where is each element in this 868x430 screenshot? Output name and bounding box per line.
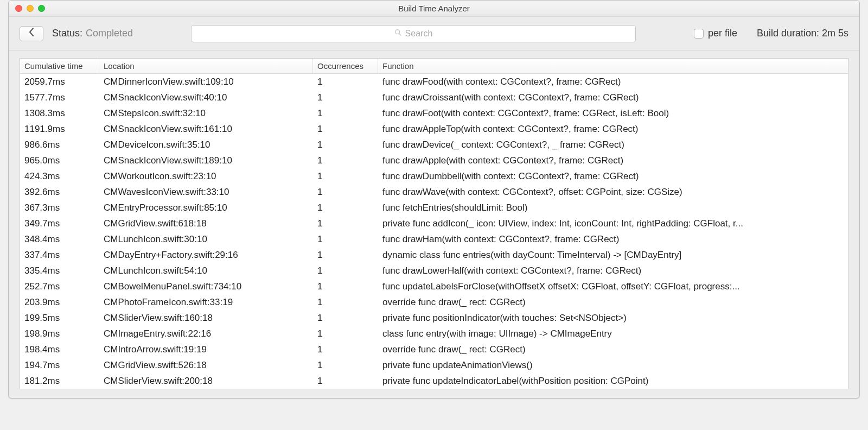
status-label: Status:: [52, 28, 82, 39]
cell-occurrences: 1: [313, 155, 378, 166]
cell-location: CMSnackIconView.swift:161:10: [99, 124, 313, 135]
cell-occurrences: 1: [313, 234, 378, 245]
cell-function: func drawLowerHalf(with context: CGConte…: [378, 265, 848, 276]
minimize-button[interactable]: [27, 5, 34, 12]
svg-line-1: [399, 33, 401, 35]
search-placeholder: Search: [405, 29, 433, 39]
cell-time: 392.6ms: [20, 187, 99, 198]
table-row[interactable]: 1191.9msCMSnackIconView.swift:161:101fun…: [20, 121, 848, 137]
cell-occurrences: 1: [313, 281, 378, 292]
table-row[interactable]: 198.4msCMIntroArrow.swift:19:191override…: [20, 342, 848, 357]
cell-occurrences: 1: [313, 360, 378, 371]
cell-location: CMGridView.swift:618:18: [99, 218, 313, 229]
cell-occurrences: 1: [313, 218, 378, 229]
search-icon: [394, 29, 402, 39]
cell-function: func drawHam(with context: CGContext?, f…: [378, 234, 848, 245]
cell-time: 424.3ms: [20, 171, 99, 182]
cell-time: 986.6ms: [20, 140, 99, 150]
results-table: Cumulative time Location Occurrences Fun…: [20, 58, 848, 389]
table-row[interactable]: 337.4msCMDayEntry+Factory.swift:29:161dy…: [20, 247, 848, 263]
table-row[interactable]: 348.4msCMLunchIcon.swift:30:101func draw…: [20, 231, 848, 247]
table-row[interactable]: 181.2msCMSliderView.swift:200:181private…: [20, 373, 848, 389]
cell-time: 1191.9ms: [20, 124, 99, 135]
cell-function: func updateLabelsForClose(withOffsetX of…: [378, 281, 848, 292]
cell-time: 198.4ms: [20, 344, 99, 355]
cell-location: CMBowelMenuPanel.swift:734:10: [99, 281, 313, 292]
cell-function: func drawFoot(with context: CGContext?, …: [378, 108, 848, 119]
cell-function: dynamic class func entries(with dayCount…: [378, 250, 848, 261]
cell-occurrences: 1: [313, 171, 378, 182]
cell-time: 203.9ms: [20, 297, 99, 308]
cell-location: CMDinnerIconView.swift:109:10: [99, 77, 313, 87]
cell-time: 194.7ms: [20, 360, 99, 371]
cell-location: CMDayEntry+Factory.swift:29:16: [99, 250, 313, 261]
cell-occurrences: 1: [313, 344, 378, 355]
build-duration: Build duration: 2m 5s: [757, 28, 848, 39]
table-row[interactable]: 199.5msCMSliderView.swift:160:181private…: [20, 310, 848, 326]
cell-occurrences: 1: [313, 265, 378, 276]
table-row[interactable]: 424.3msCMWorkoutIcon.swift:23:101func dr…: [20, 168, 848, 184]
column-header-time[interactable]: Cumulative time: [20, 59, 99, 73]
cell-time: 2059.7ms: [20, 77, 99, 87]
cell-location: CMSliderView.swift:160:18: [99, 313, 313, 324]
cell-function: private func positionIndicator(with touc…: [378, 313, 848, 324]
search-wrap: Search: [142, 25, 685, 42]
table-row[interactable]: 367.3msCMEntryProcessor.swift:85:101func…: [20, 200, 848, 216]
cell-function: override func draw(_ rect: CGRect): [378, 297, 848, 308]
cell-time: 349.7ms: [20, 218, 99, 229]
table-row[interactable]: 986.6msCMDeviceIcon.swift:35:101func dra…: [20, 137, 848, 153]
search-input[interactable]: Search: [191, 25, 636, 42]
table-row[interactable]: 198.9msCMImageEntry.swift:22:161class fu…: [20, 326, 848, 342]
cell-function: func drawDevice(_ context: CGContext?, _…: [378, 140, 848, 150]
cell-time: 181.2ms: [20, 376, 99, 387]
cell-location: CMImageEntry.swift:22:16: [99, 328, 313, 339]
cell-time: 1577.7ms: [20, 92, 99, 103]
column-header-location[interactable]: Location: [99, 59, 313, 73]
table-row[interactable]: 965.0msCMSnackIconView.swift:189:101func…: [20, 153, 848, 168]
cell-time: 348.4ms: [20, 234, 99, 245]
cell-occurrences: 1: [313, 124, 378, 135]
cell-function: func drawAppleTop(with context: CGContex…: [378, 124, 848, 135]
cell-function: func drawDumbbell(with context: CGContex…: [378, 171, 848, 182]
close-button[interactable]: [15, 5, 22, 12]
cell-time: 337.4ms: [20, 250, 99, 261]
cell-occurrences: 1: [313, 187, 378, 198]
titlebar: Build Time Analyzer: [9, 1, 859, 17]
table-row[interactable]: 194.7msCMGridView.swift:526:181private f…: [20, 357, 848, 373]
cell-location: CMSliderView.swift:200:18: [99, 376, 313, 387]
cell-occurrences: 1: [313, 313, 378, 324]
table-row[interactable]: 335.4msCMLunchIcon.swift:54:101func draw…: [20, 263, 848, 279]
table-body: 2059.7msCMDinnerIconView.swift:109:101fu…: [20, 74, 848, 389]
back-button[interactable]: [20, 26, 43, 41]
cell-time: 1308.3ms: [20, 108, 99, 119]
cell-location: CMIntroArrow.swift:19:19: [99, 344, 313, 355]
column-header-occurrences[interactable]: Occurrences: [313, 59, 378, 73]
per-file-checkbox[interactable]: [694, 29, 704, 39]
table-row[interactable]: 203.9msCMPhotoFrameIcon.swift:33:191over…: [20, 294, 848, 310]
table-row[interactable]: 349.7msCMGridView.swift:618:181private f…: [20, 216, 848, 231]
table-row[interactable]: 392.6msCMWavesIconView.swift:33:101func …: [20, 184, 848, 200]
column-header-function[interactable]: Function: [378, 59, 848, 73]
status-value: Completed: [86, 28, 133, 39]
table-row[interactable]: 1577.7msCMSnackIconView.swift:40:101func…: [20, 90, 848, 105]
cell-location: CMWavesIconView.swift:33:10: [99, 187, 313, 198]
cell-occurrences: 1: [313, 297, 378, 308]
cell-function: func drawApple(with context: CGContext?,…: [378, 155, 848, 166]
traffic-lights: [15, 5, 45, 12]
cell-occurrences: 1: [313, 376, 378, 387]
cell-location: CMLunchIcon.swift:30:10: [99, 234, 313, 245]
cell-function: func drawCroissant(with context: CGConte…: [378, 92, 848, 103]
cell-location: CMSnackIconView.swift:189:10: [99, 155, 313, 166]
chevron-left-icon: [29, 28, 34, 39]
cell-time: 198.9ms: [20, 328, 99, 339]
maximize-button[interactable]: [38, 5, 45, 12]
cell-function: private func updateAnimationViews(): [378, 360, 848, 371]
per-file-toggle: per file: [694, 28, 737, 39]
cell-time: 252.7ms: [20, 281, 99, 292]
cell-function: func fetchEntries(shouldLimit: Bool): [378, 203, 848, 213]
cell-time: 199.5ms: [20, 313, 99, 324]
cell-function: func drawWave(with context: CGContext?, …: [378, 187, 848, 198]
table-row[interactable]: 252.7msCMBowelMenuPanel.swift:734:101fun…: [20, 279, 848, 294]
table-row[interactable]: 2059.7msCMDinnerIconView.swift:109:101fu…: [20, 74, 848, 90]
table-row[interactable]: 1308.3msCMStepsIcon.swift:32:101func dra…: [20, 105, 848, 121]
